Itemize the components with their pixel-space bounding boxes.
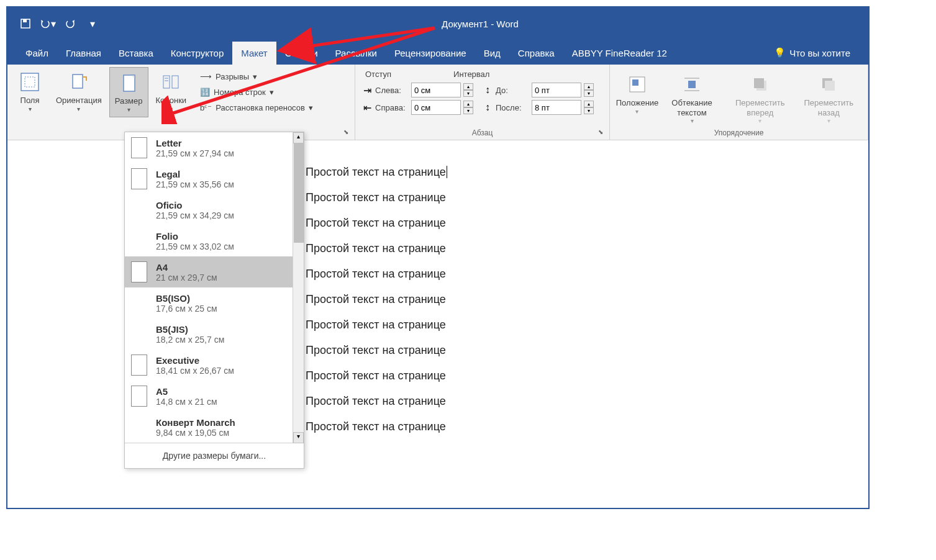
arrange-group: Положение ▾ Обтекание текстом ▾ Перемест… [610, 65, 868, 140]
annotation-arrow-1 [161, 25, 441, 124]
position-button[interactable]: Положение ▾ [616, 70, 658, 128]
svg-rect-5 [124, 75, 135, 91]
lightbulb-icon: 💡 [774, 47, 786, 58]
more-paper-sizes[interactable]: Другие размеры бумаги... [125, 443, 304, 468]
document-line[interactable]: Простой текст на странице [306, 236, 865, 261]
bring-forward-button[interactable]: Переместить вперед ▾ [725, 70, 794, 128]
size-option-folio[interactable]: Folio 21,59 см x 33,02 см [125, 225, 304, 256]
spacing-header: Интервал [453, 70, 489, 79]
size-name: Конверт Monarch [156, 417, 298, 428]
dropdown-scrollbar[interactable]: ▴ ▾ [293, 132, 304, 443]
paragraph-launcher[interactable]: ⬊ [598, 129, 607, 137]
page-icon [131, 199, 147, 220]
scroll-down-button[interactable]: ▾ [293, 432, 304, 443]
tab-insert[interactable]: Вставка [110, 42, 162, 65]
chevron-down-icon: ▾ [77, 106, 80, 112]
page-icon [131, 323, 147, 345]
spacing-before-icon: ↕ [482, 84, 493, 96]
document-line[interactable]: Простой текст на странице [306, 160, 865, 185]
document-line[interactable]: Простой текст на странице [306, 287, 865, 312]
svg-rect-11 [632, 79, 638, 86]
chevron-down-icon: ▾ [691, 117, 694, 124]
page-icon [131, 230, 147, 251]
tab-abbyy[interactable]: ABBYY FineReader 12 [563, 42, 676, 65]
svg-line-19 [307, 28, 435, 47]
size-option-executive[interactable]: Executive 18,41 см x 26,67 см [125, 350, 304, 381]
spacing-before-input[interactable] [532, 83, 581, 97]
document-line[interactable]: Простой текст на странице [306, 210, 865, 236]
size-name: B5(JIS) [156, 324, 298, 335]
send-backward-button[interactable]: Переместить назад ▾ [796, 70, 861, 128]
quick-access-toolbar: ▾ ▾ [17, 15, 101, 32]
page-icon [131, 355, 147, 376]
orientation-icon [68, 71, 90, 93]
tab-home[interactable]: Главная [57, 42, 110, 65]
svg-rect-16 [754, 78, 764, 88]
chevron-down-icon: ▾ [635, 108, 638, 115]
scroll-thumb[interactable] [294, 143, 304, 243]
spacing-after-input[interactable] [532, 100, 581, 115]
document-line[interactable]: Простой текст на странице [306, 414, 865, 440]
size-option-letter[interactable]: Letter 21,59 см x 27,94 см [125, 132, 304, 163]
size-dimensions: 14,8 см x 21 см [156, 397, 298, 407]
size-dimensions: 18,2 см x 25,7 см [156, 335, 298, 345]
spacing-after-label: После: [496, 103, 529, 112]
document-line[interactable]: Простой текст на странице [306, 312, 865, 338]
document-body[interactable]: Простой текст на страницеПростой текст н… [306, 160, 865, 440]
undo-button[interactable]: ▾ [39, 15, 57, 32]
spacing-before-up[interactable]: ▴ [584, 83, 594, 90]
page-setup-launcher[interactable]: ⬊ [343, 129, 352, 137]
spacing-after-down[interactable]: ▾ [584, 107, 594, 114]
wrap-text-button[interactable]: Обтекание текстом ▾ [660, 70, 724, 128]
qat-customize[interactable]: ▾ [84, 15, 101, 32]
indent-right-up[interactable]: ▴ [463, 101, 473, 107]
paragraph-group-label: Абзац [355, 129, 609, 137]
size-option-monarch[interactable]: Конверт Monarch 9,84 см x 19,05 см [125, 412, 304, 443]
page-icon [131, 168, 147, 189]
size-dropdown: Letter 21,59 см x 27,94 см Legal 21,59 с… [124, 132, 304, 469]
chevron-down-icon: ▾ [827, 117, 830, 124]
document-line[interactable]: Простой текст на странице [306, 363, 865, 389]
size-option-legal[interactable]: Legal 21,59 см x 35,56 см [125, 163, 304, 194]
size-dimensions: 21,59 см x 34,29 см [156, 210, 298, 220]
position-icon [626, 73, 648, 96]
size-option-a5[interactable]: A5 14,8 см x 21 см [125, 381, 304, 412]
size-name: A5 [156, 386, 298, 397]
orientation-button[interactable]: Ориентация ▾ [51, 67, 107, 116]
document-line[interactable]: Простой текст на странице [306, 389, 865, 414]
size-dimensions: 21,59 см x 33,02 см [156, 242, 298, 251]
document-line[interactable]: Простой текст на странице [306, 338, 865, 363]
size-option-b5jis[interactable]: B5(JIS) 18,2 см x 25,7 см [125, 318, 304, 350]
document-line[interactable]: Простой текст на странице [306, 185, 865, 210]
size-button[interactable]: Размер ▾ [109, 67, 148, 117]
size-label: Размер [115, 96, 143, 106]
redo-button[interactable] [61, 15, 79, 32]
spacing-after-up[interactable]: ▴ [584, 101, 594, 107]
bring-forward-icon [749, 73, 771, 96]
chevron-down-icon: ▾ [758, 117, 761, 124]
size-option-oficio[interactable]: Oficio 21,59 см x 34,29 см [125, 194, 304, 225]
margins-button[interactable]: Поля ▾ [11, 67, 48, 116]
tab-view[interactable]: Вид [475, 42, 509, 65]
document-line[interactable]: Простой текст на странице [306, 261, 865, 287]
spacing-before-down[interactable]: ▾ [584, 90, 594, 97]
size-option-a4[interactable]: A4 21 см x 29,7 см [125, 256, 304, 287]
size-dimensions: 21,59 см x 35,56 см [156, 179, 298, 189]
size-option-b5iso[interactable]: B5(ISO) 17,6 см x 25 см [125, 287, 304, 318]
tab-help[interactable]: Справка [509, 42, 563, 65]
indent-left-down[interactable]: ▾ [463, 90, 473, 97]
page-icon [131, 137, 147, 158]
page-icon [131, 292, 147, 314]
save-button[interactable] [17, 15, 34, 32]
size-dimensions: 21,59 см x 27,94 см [156, 148, 298, 158]
indent-right-down[interactable]: ▾ [463, 107, 473, 114]
size-dimensions: 21 см x 29,7 см [156, 273, 298, 282]
scroll-up-button[interactable]: ▴ [293, 132, 304, 143]
size-dropdown-list: Letter 21,59 см x 27,94 см Legal 21,59 с… [125, 132, 304, 443]
tell-me-search[interactable]: 💡 Что вы хотите [765, 41, 859, 65]
tab-file[interactable]: Файл [17, 42, 57, 65]
spacing-before-label: До: [496, 86, 529, 95]
page-icon [131, 261, 147, 282]
margins-label: Поля [20, 96, 40, 106]
indent-left-up[interactable]: ▴ [463, 83, 473, 90]
